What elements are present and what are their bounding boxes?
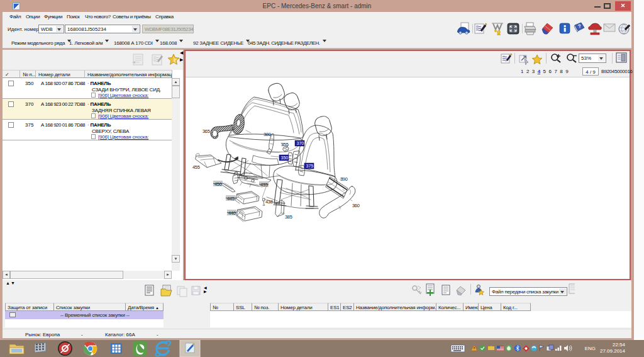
svg-text:385: 385	[285, 214, 292, 220]
svg-text:375: 375	[306, 164, 314, 168]
svg-text:440: 440	[228, 210, 236, 216]
svg-text:360: 360	[352, 203, 360, 208]
svg-text:445: 445	[227, 196, 235, 201]
svg-text:380: 380	[264, 132, 271, 137]
svg-text:365: 365	[203, 128, 210, 134]
svg-text:370: 370	[297, 141, 304, 145]
svg-text:390: 390	[340, 176, 348, 182]
svg-text:438: 438	[265, 199, 273, 205]
svg-text:435: 435	[260, 182, 268, 188]
svg-text:455: 455	[192, 164, 200, 170]
svg-text:450: 450	[214, 181, 222, 187]
svg-text:350: 350	[281, 156, 289, 160]
svg-text:355: 355	[281, 142, 289, 147]
